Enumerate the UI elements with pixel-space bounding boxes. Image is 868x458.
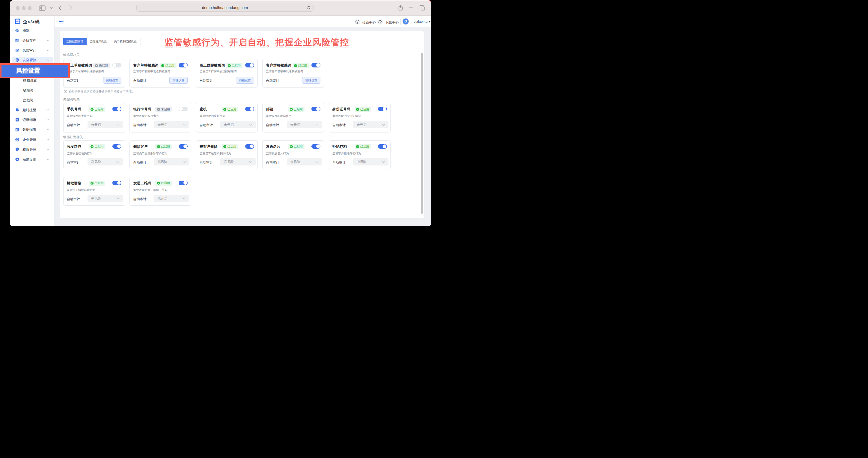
svg-text:</>: </> (16, 20, 20, 23)
